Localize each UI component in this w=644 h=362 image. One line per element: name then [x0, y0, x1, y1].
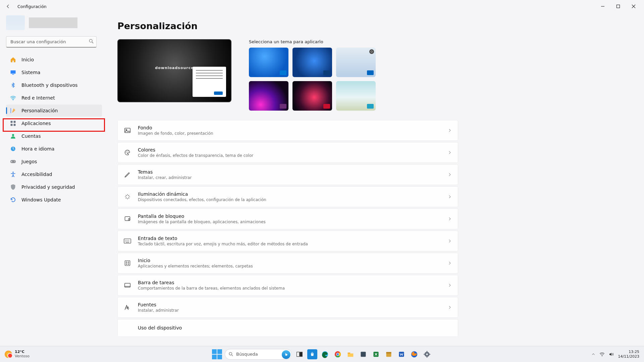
- preview-brand: downloadsource: [155, 65, 194, 70]
- svg-point-39: [337, 353, 339, 355]
- svg-point-6: [13, 100, 13, 100]
- minimize-button[interactable]: [595, 1, 610, 12]
- nav-label: Aplicaciones: [21, 121, 51, 126]
- nav-privacy[interactable]: Privacidad y seguridad: [6, 181, 102, 193]
- tray-chevron-up-icon[interactable]: [591, 352, 595, 356]
- svg-rect-40: [348, 353, 351, 354]
- nav-apps[interactable]: Aplicaciones: [6, 117, 102, 129]
- row-taskbar[interactable]: Barra de tareasComportamientos de la bar…: [117, 275, 458, 296]
- chevron-right-icon: [448, 217, 452, 221]
- row-start[interactable]: InicioAplicaciones y elementos recientes…: [117, 253, 458, 274]
- desktop-preview[interactable]: downloadsource: [117, 39, 231, 102]
- profile-card[interactable]: [6, 15, 102, 30]
- taskbar-app-explorer[interactable]: [345, 349, 356, 359]
- row-desc: Aplicaciones y elementos recientes; elem…: [138, 264, 253, 268]
- row-colors[interactable]: ColoresColor de énfasis, efectos de tran…: [117, 142, 458, 163]
- svg-rect-19: [125, 128, 130, 132]
- nav-accounts[interactable]: Cuentas: [6, 130, 102, 142]
- tray-clock[interactable]: 13:25 14/11/2023: [618, 350, 639, 358]
- row-background[interactable]: FondoImagen de fondo, color, presentació…: [117, 120, 458, 141]
- chevron-right-icon: [448, 150, 452, 155]
- search-icon: [89, 39, 94, 44]
- theme-option-4[interactable]: [249, 81, 288, 111]
- avatar: [6, 15, 25, 30]
- taskbar-app-excel[interactable]: [371, 349, 381, 359]
- theme-option-2[interactable]: [292, 48, 332, 77]
- row-text-input[interactable]: Entrada de textoTeclado táctil, escritur…: [117, 231, 458, 251]
- grid-icon: [124, 259, 131, 267]
- theme-option-3[interactable]: [336, 48, 376, 77]
- row-title: Fondo: [138, 125, 213, 130]
- usage-icon: [124, 324, 131, 331]
- svg-rect-27: [125, 261, 130, 266]
- copilot-icon[interactable]: [282, 350, 290, 359]
- taskbar-app-generic[interactable]: [358, 349, 368, 359]
- accessibility-icon: [10, 171, 16, 177]
- palette-icon: [124, 149, 131, 156]
- row-desc: Color de énfasis, efectos de transparenc…: [138, 153, 253, 158]
- taskbar-app-store[interactable]: [307, 349, 317, 359]
- taskbar-app-firefox[interactable]: [409, 349, 419, 359]
- row-fonts[interactable]: FuentesInstalar, administrar: [117, 297, 458, 318]
- arrow-left-icon: [6, 4, 10, 9]
- theme-option-6[interactable]: [336, 81, 376, 111]
- themes-label: Selecciona un tema para aplicarlo: [249, 39, 376, 44]
- svg-point-23: [128, 151, 129, 152]
- volume-tray-icon[interactable]: [609, 352, 614, 357]
- page-title: Personalización: [117, 21, 631, 31]
- svg-rect-44: [386, 352, 391, 353]
- row-desc: Instalar, crear, administrar: [138, 175, 192, 180]
- nav-accessibility[interactable]: Accesibilidad: [6, 168, 102, 180]
- weather-temp: 12°C: [15, 350, 30, 354]
- nav-bluetooth[interactable]: Bluetooth y dispositivos: [6, 79, 102, 91]
- svg-point-21: [126, 152, 126, 153]
- start-button[interactable]: [212, 349, 222, 359]
- wifi-icon: [10, 95, 16, 101]
- taskbar-app-word[interactable]: [396, 349, 407, 359]
- row-lockscreen[interactable]: Pantalla de bloqueoImágenes de la pantal…: [117, 208, 458, 229]
- row-dynamic-lighting[interactable]: Iluminación dinámicaDispositivos conecta…: [117, 186, 458, 207]
- nav-label: Inicio: [21, 57, 34, 62]
- svg-rect-11: [14, 124, 16, 126]
- close-button[interactable]: [626, 1, 641, 12]
- taskbar-search[interactable]: Búsqueda: [225, 349, 292, 360]
- svg-point-16: [14, 162, 15, 162]
- svg-point-30: [229, 352, 232, 355]
- system-tray[interactable]: 13:25 14/11/2023: [591, 350, 644, 358]
- preview-window: [193, 67, 226, 97]
- back-button[interactable]: [3, 1, 13, 12]
- sidebar-search[interactable]: [6, 36, 97, 48]
- chevron-right-icon: [448, 128, 452, 132]
- theme-option-5[interactable]: [292, 81, 332, 111]
- pen-icon: [124, 171, 131, 178]
- chevron-right-icon: [448, 283, 452, 287]
- svg-rect-1: [617, 5, 620, 8]
- theme-option-1[interactable]: [249, 48, 288, 77]
- nav-update[interactable]: Windows Update: [6, 194, 102, 206]
- lockscreen-icon: [124, 215, 131, 223]
- globe-clock-icon: [10, 146, 16, 152]
- chevron-right-icon: [448, 195, 452, 199]
- nav-time[interactable]: Hora e idioma: [6, 143, 102, 155]
- taskbar-weather[interactable]: 12°C Ventoso: [0, 350, 30, 358]
- wifi-tray-icon[interactable]: [599, 352, 605, 357]
- row-themes[interactable]: TemasInstalar, crear, administrar: [117, 164, 458, 185]
- taskbar-app-calendar[interactable]: [384, 349, 394, 359]
- nav-home[interactable]: Inicio: [6, 54, 102, 66]
- shield-icon: [10, 184, 16, 190]
- tray-date: 14/11/2023: [618, 354, 639, 359]
- nav-gaming[interactable]: Juegos: [6, 156, 102, 168]
- taskbar-app-settings[interactable]: [422, 349, 432, 359]
- nav-system[interactable]: Sistema: [6, 66, 102, 78]
- taskbar-app-chrome[interactable]: [333, 349, 343, 359]
- search-input[interactable]: [6, 36, 97, 48]
- svg-line-3: [92, 42, 93, 43]
- row-device-usage[interactable]: Uso del dispositivo: [117, 319, 458, 336]
- svg-point-17: [12, 172, 14, 173]
- row-title: Iluminación dinámica: [138, 191, 266, 197]
- maximize-button[interactable]: [610, 1, 626, 12]
- taskbar-app-edge[interactable]: [320, 349, 330, 359]
- taskview-button[interactable]: [294, 349, 305, 359]
- nav-personalization[interactable]: Personalización: [6, 105, 102, 117]
- nav-network[interactable]: Red e Internet: [6, 92, 102, 104]
